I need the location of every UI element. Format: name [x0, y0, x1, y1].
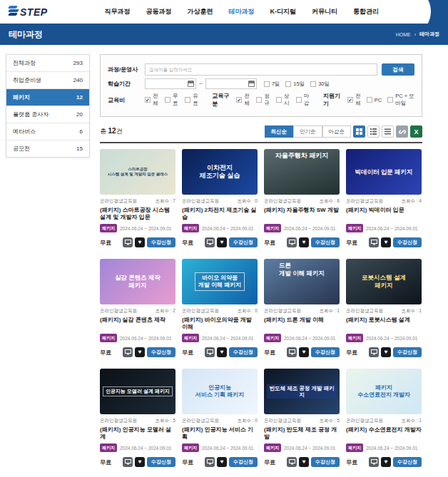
course-title[interactable]: (패키지) 스마트공장 시스템 설계 및 개발자 입문	[100, 207, 175, 222]
course-card[interactable]: 이차전지 제조기술 실습 온라인평생교육원 조회수 : 0 (패키지) 2차전지…	[182, 149, 258, 247]
enroll-button[interactable]: 수강신청	[311, 347, 340, 357]
screen-share-button[interactable]	[123, 457, 133, 467]
favorite-heart-button[interactable]: ♥	[299, 237, 309, 247]
checkbox-7days[interactable]: 7일	[264, 81, 280, 88]
sort-popular-button[interactable]: 인기순	[293, 125, 322, 138]
search-button[interactable]: 검색	[382, 63, 414, 76]
enroll-button[interactable]: 수강신청	[311, 237, 340, 247]
enroll-button[interactable]: 수강신청	[393, 457, 422, 467]
sidebar-item-package[interactable]: 패키지 12	[6, 89, 89, 106]
course-thumbnail[interactable]: 이차전지 제조기술 실습	[182, 149, 258, 195]
course-card[interactable]: 자율주행차 패키지 온라인평생교육원 조회수 : 8 (패키지) 자율주행차 S…	[264, 149, 340, 247]
course-thumbnail[interactable]: 드론 개발 이해 패키지	[264, 259, 340, 304]
screen-share-button[interactable]	[123, 347, 133, 357]
favorite-heart-button[interactable]: ♥	[299, 457, 309, 467]
screen-share-button[interactable]	[205, 237, 215, 247]
sidebar-item-metaverse[interactable]: 메타버스 6	[6, 123, 89, 140]
favorite-heart-button[interactable]: ♥	[381, 347, 391, 357]
calendar-icon[interactable]	[248, 81, 255, 87]
course-thumbnail[interactable]: 빅데이터 입문 패키지	[346, 149, 422, 195]
course-title[interactable]: (패키지) 2차전지 제조기술 실습	[182, 207, 258, 222]
fee-paid-checkbox[interactable]: 유료	[185, 93, 199, 107]
grid-view-icon[interactable]	[353, 125, 365, 138]
nav-item-gasang[interactable]: 가상훈련	[188, 7, 213, 16]
course-thumbnail[interactable]: 패키지 수소연료전지 개발자	[346, 369, 422, 414]
course-title[interactable]: (패키지) 실감 콘텐츠 제작	[100, 317, 175, 332]
sidebar-item-contest[interactable]: 공모전 15	[6, 140, 89, 157]
screen-share-button[interactable]	[287, 457, 297, 467]
course-title[interactable]: (패키지) 인공지능 모델러 설계	[100, 426, 175, 441]
course-thumbnail[interactable]: 자율주행차 패키지	[264, 149, 340, 195]
nav-item-gongdong[interactable]: 공동과정	[146, 7, 172, 16]
enroll-button[interactable]: 수강신청	[147, 237, 175, 247]
course-title[interactable]: (패키지) 반도체 제조 공정 개발	[264, 426, 340, 441]
course-card[interactable]: 로봇시스템 설계 패키지 온라인평생교육원 조회수 : 1 (패키지) 로봇시스…	[346, 259, 422, 357]
course-thumbnail[interactable]: 로봇시스템 설계 패키지	[346, 259, 422, 304]
course-card[interactable]: 인공지능 모델러 설계 패키지 온라인평생교육원 조회수 : 5 (패키지) 인…	[100, 369, 175, 467]
line-view-icon[interactable]	[382, 125, 394, 138]
type-all-checkbox[interactable]: 전체	[236, 93, 250, 107]
type-regular-checkbox[interactable]: 정규	[256, 93, 270, 107]
course-thumbnail[interactable]: 인공지능 서비스 기획 패키지	[182, 369, 258, 414]
nav-item-theme[interactable]: 테마과정	[229, 7, 255, 16]
type-closed-checkbox[interactable]: 마감	[296, 93, 310, 107]
course-card[interactable]: 인공지능 서비스 기획 패키지 온라인평생교육원 조회수 : 0 (패키지) 인…	[182, 369, 258, 467]
period-start-input[interactable]	[145, 78, 196, 89]
sidebar-item-platform[interactable]: 플랫폼 종사자 20	[6, 106, 89, 123]
fee-all-checkbox[interactable]: 전체	[145, 93, 159, 107]
course-title[interactable]: (패키지) 로봇시스템 설계	[346, 317, 422, 332]
favorite-heart-button[interactable]: ♥	[217, 237, 227, 247]
checkbox-30days[interactable]: 30일	[310, 81, 330, 88]
course-card[interactable]: 빅데이터 입문 패키지 온라인평생교육원 조회수 : 4 (패키지) 빅데이터 …	[346, 149, 422, 247]
favorite-heart-button[interactable]: ♥	[381, 457, 391, 467]
course-thumbnail[interactable]: 바이오 의약품 개발 이해 패키지	[182, 259, 258, 304]
course-title[interactable]: (패키지) 바이오의약품 개발 이해	[182, 317, 258, 332]
enroll-button[interactable]: 수강신청	[311, 457, 340, 467]
calendar-icon[interactable]	[188, 81, 194, 87]
screen-share-button[interactable]	[369, 457, 379, 467]
nav-item-community[interactable]: 커뮤니티	[312, 7, 337, 16]
favorite-heart-button[interactable]: ♥	[217, 347, 227, 357]
course-card[interactable]: 드론 개발 이해 패키지 온라인평생교육원 조회수 : 1 (패키지) 드론 개…	[264, 259, 340, 357]
enroll-button[interactable]: 수강신청	[147, 347, 175, 357]
screen-share-button[interactable]	[287, 347, 297, 357]
course-title[interactable]: (패키지) 빅데이터 입문	[346, 207, 422, 222]
enroll-button[interactable]: 수강신청	[147, 457, 175, 467]
course-title[interactable]: (패키지) 인공지능 서비스 기획	[182, 426, 258, 441]
period-end-input[interactable]	[205, 78, 257, 89]
course-card[interactable]: 바이오 의약품 개발 이해 패키지 온라인평생교육원 조회수 : 0 (패키지)…	[182, 259, 258, 357]
search-input[interactable]	[145, 63, 377, 76]
step-logo[interactable]: STEP	[9, 6, 48, 19]
course-title[interactable]: (패키지) 자율주행차 SW 개발	[264, 207, 340, 222]
breadcrumb-home[interactable]: HOME	[396, 32, 411, 37]
enroll-button[interactable]: 수강신청	[229, 237, 258, 247]
screen-share-button[interactable]	[287, 237, 297, 247]
device-pc-checkbox[interactable]: PC	[367, 97, 382, 103]
sidebar-item-jobseeker[interactable]: 취업준비생 240	[6, 72, 89, 89]
enroll-button[interactable]: 수강신청	[393, 347, 422, 357]
course-thumbnail[interactable]: 실감 콘텐츠 제작 패키지	[100, 259, 175, 304]
favorite-heart-button[interactable]: ♥	[381, 237, 391, 247]
favorite-heart-button[interactable]: ♥	[217, 457, 227, 467]
enroll-button[interactable]: 수강신청	[393, 237, 422, 247]
favorite-heart-button[interactable]: ♥	[299, 347, 309, 357]
screen-share-button[interactable]	[205, 457, 215, 467]
nav-item-admin[interactable]: 통합관리	[353, 7, 379, 16]
course-thumbnail[interactable]: 인공지능 모델러 설계 패키지	[100, 369, 175, 414]
favorite-heart-button[interactable]: ♥	[135, 347, 145, 357]
screen-share-button[interactable]	[123, 237, 133, 247]
course-card[interactable]: 반도체 제조 공정 개발 패키지 온라인평생교육원 조회수 : 5 (패키지) …	[264, 369, 340, 467]
course-card[interactable]: 실감 콘텐츠 제작 패키지 온라인평생교육원 조회수 : 2 (패키지) 실감 …	[100, 259, 175, 357]
screen-share-button[interactable]	[369, 237, 379, 247]
nav-item-jikmu[interactable]: 직무과정	[105, 7, 131, 16]
checkbox-15days[interactable]: 15일	[285, 81, 305, 88]
screen-share-button[interactable]	[205, 347, 215, 357]
course-title[interactable]: (패키지) 드론 개발 이해	[264, 317, 340, 332]
device-all-checkbox[interactable]: 전체	[347, 93, 361, 107]
favorite-heart-button[interactable]: ♥	[135, 457, 145, 467]
sort-latest-button[interactable]: 최신순	[265, 125, 294, 138]
sidebar-item-all[interactable]: 전체과정 293	[6, 55, 89, 72]
screen-share-button[interactable]	[369, 347, 379, 357]
list-view-icon[interactable]	[367, 125, 380, 138]
course-thumbnail[interactable]: 스마트공장 시스템 설계 및 개발자 입문 클래스	[100, 149, 175, 195]
